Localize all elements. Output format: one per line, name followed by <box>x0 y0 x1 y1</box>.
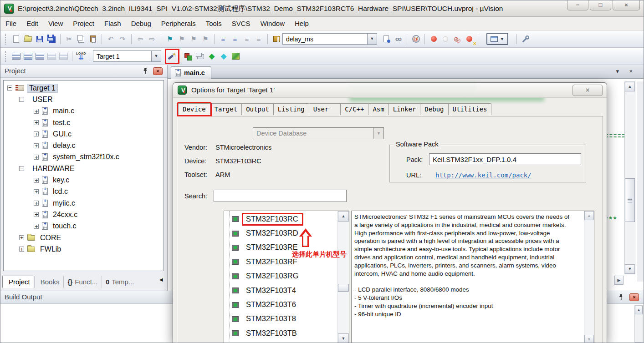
device-list-item[interactable]: STM32F103T6 <box>224 298 337 312</box>
device-database-dropdown-button[interactable]: ▼ <box>373 128 383 139</box>
tree-item[interactable]: USER <box>4 94 164 105</box>
tree-item[interactable]: test.c <box>4 117 164 128</box>
panel-tab[interactable]: 0 Temp... <box>102 276 138 288</box>
new-file-button[interactable] <box>10 33 21 45</box>
tree-expander[interactable] <box>19 235 24 240</box>
device-list-item[interactable]: STM32F103V8 <box>224 341 337 343</box>
tree-item[interactable]: GUI.c <box>4 128 164 140</box>
save-all-button[interactable] <box>46 33 57 45</box>
menu-item[interactable]: Help <box>290 17 314 30</box>
dialog-close-button[interactable]: × <box>572 85 603 96</box>
menu-item[interactable]: View <box>43 17 68 30</box>
tree-item[interactable]: HARDWARE <box>4 163 164 174</box>
tree-expander[interactable] <box>34 201 39 206</box>
tree-item[interactable]: Target 1 <box>4 82 164 94</box>
cut-button[interactable]: ✂ <box>64 33 75 45</box>
description-scroll-down[interactable]: ▼ <box>584 335 594 343</box>
dialog-tab[interactable]: Target <box>210 103 242 115</box>
tree-item[interactable]: CORE <box>4 232 164 243</box>
description-scroll-up[interactable]: ▲ <box>584 211 594 220</box>
runtime-environment-button[interactable]: ◆ <box>206 50 217 62</box>
description-scrollbar[interactable]: ▲ ▼ <box>584 211 594 343</box>
menu-item[interactable]: Window <box>256 17 290 30</box>
minimize-button[interactable]: − <box>567 0 588 10</box>
build-output-scroll-up[interactable]: ▲ <box>635 306 643 314</box>
paste-button[interactable] <box>87 33 98 45</box>
scroll-right-button[interactable]: ▶ <box>614 276 624 285</box>
tree-expander[interactable] <box>34 189 39 194</box>
tree-item[interactable]: lcd.c <box>4 186 164 197</box>
device-database-dropdown[interactable]: Device Database ▼ <box>253 127 384 139</box>
uncomment-button[interactable]: ≡ <box>253 33 264 45</box>
unindent-button[interactable]: ≡ <box>230 33 240 45</box>
device-list-item[interactable]: STM32F103RC <box>224 212 337 226</box>
tree-expander[interactable] <box>19 166 24 171</box>
device-list-item[interactable]: STM32F103T8 <box>224 312 337 326</box>
dialog-tab[interactable]: User <box>309 103 341 115</box>
dialog-tab[interactable]: Utilities <box>448 103 492 115</box>
navigate-forward-button[interactable]: ⇨ <box>147 33 158 45</box>
build-button[interactable] <box>22 50 33 62</box>
pin-icon[interactable] <box>142 68 149 75</box>
tree-expander[interactable] <box>34 120 39 125</box>
build-output-pin-icon[interactable] <box>617 294 624 301</box>
pack-url-link[interactable]: http://www.keil.com/pack/ <box>435 172 532 179</box>
tree-item[interactable]: main.c <box>4 106 164 117</box>
tree-expander[interactable] <box>34 178 39 183</box>
tree-item[interactable]: system_stm32f10x.c <box>4 151 164 163</box>
document-close-button[interactable]: × <box>629 68 633 75</box>
tree-expander[interactable] <box>34 143 39 148</box>
tree-expander[interactable] <box>34 212 39 217</box>
clear-bookmarks-button[interactable]: ⚑ <box>200 33 211 45</box>
batch-build-button[interactable] <box>46 50 57 62</box>
device-list-item[interactable]: STM32F103T4 <box>224 283 337 298</box>
dialog-tab[interactable]: Device <box>178 103 210 115</box>
close-button[interactable]: × <box>613 0 640 10</box>
find-dropdown-button[interactable]: ▼ <box>367 34 377 44</box>
file-extensions-button[interactable] <box>194 50 205 62</box>
undo-button[interactable]: ↶ <box>105 33 116 45</box>
indent-button[interactable]: ≡ <box>218 33 229 45</box>
toggle-bookmark-button[interactable]: ⚑ <box>164 33 175 45</box>
device-list-item[interactable]: STM32F103TB <box>224 326 337 340</box>
pack-installer-button[interactable] <box>230 50 241 62</box>
document-list-button[interactable]: ▾ <box>616 68 619 75</box>
tree-item[interactable]: delay.c <box>4 140 164 151</box>
incremental-find-button[interactable]: oo <box>393 33 404 45</box>
tree-expander[interactable] <box>34 224 39 229</box>
menu-item[interactable]: Edit <box>21 17 43 30</box>
find-in-document-button[interactable] <box>381 33 392 45</box>
stop-build-button[interactable] <box>58 50 69 62</box>
manage-components-button[interactable] <box>183 50 194 62</box>
translate-button[interactable] <box>10 50 21 62</box>
scroll-up-button[interactable]: ▲ <box>625 82 635 91</box>
menu-item[interactable]: File <box>0 17 21 30</box>
build-output-close-button[interactable]: × <box>629 293 639 301</box>
tree-expander[interactable] <box>7 86 12 91</box>
tree-expander[interactable] <box>34 109 39 114</box>
menu-item[interactable]: Peripherals <box>156 17 201 30</box>
target-dropdown-button[interactable]: ▼ <box>151 51 161 61</box>
disable-all-breakpoints-button[interactable]: ⊘ <box>452 33 463 45</box>
tree-item[interactable]: myiic.c <box>4 197 164 209</box>
insert-breakpoint-button[interactable] <box>428 33 439 45</box>
rebuild-button[interactable] <box>34 50 45 62</box>
menu-item[interactable]: Project <box>68 17 99 30</box>
search-symbol-button[interactable]: @ <box>410 33 421 45</box>
find-combobox[interactable]: delay_ms ▼ <box>282 33 377 45</box>
comment-button[interactable]: ≡ <box>241 33 252 45</box>
dialog-tab[interactable]: Listing <box>273 103 309 115</box>
dialog-tab[interactable]: Debug <box>420 103 448 115</box>
device-list-scroll-thumb[interactable] <box>338 284 349 292</box>
device-list-item[interactable]: STM32F103RG <box>224 269 337 283</box>
device-list-scroll-down[interactable]: ▼ <box>338 333 349 343</box>
maximize-button[interactable]: □ <box>590 0 611 10</box>
tree-item[interactable]: FWLib <box>4 243 164 255</box>
redo-button[interactable]: ↷ <box>117 33 128 45</box>
target-selector[interactable]: Target 1 ▼ <box>93 50 161 62</box>
save-button[interactable] <box>34 33 45 45</box>
enable-breakpoint-button[interactable] <box>440 33 451 45</box>
tab-scroll-left-button[interactable]: ◀ <box>159 277 163 282</box>
menu-item[interactable]: Debug <box>126 17 156 30</box>
next-bookmark-button[interactable]: ⚑ <box>188 33 199 45</box>
